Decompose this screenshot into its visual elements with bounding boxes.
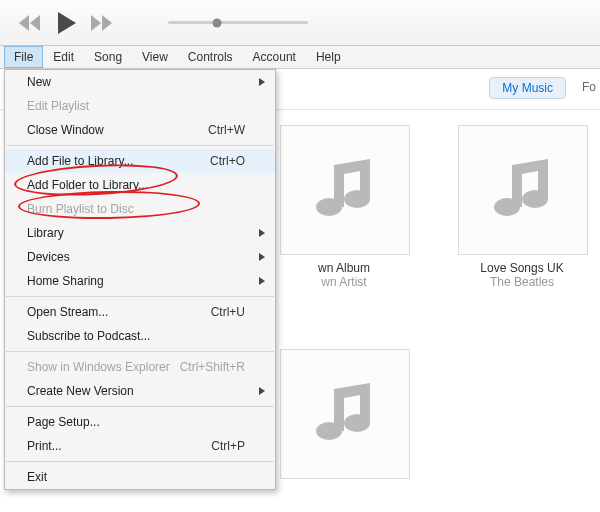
menu-item-shortcut: Ctrl+O [210,154,245,168]
menu-separator [6,461,274,462]
menu-item-exit[interactable]: Exit [5,465,275,489]
menu-item-create-new-version[interactable]: Create New Version [5,379,275,403]
menu-item-label: Add File to Library... [27,154,134,168]
menu-item-label: Print... [27,439,62,453]
menu-item-edit-playlist: Edit Playlist [5,94,275,118]
menu-item-devices[interactable]: Devices [5,245,275,269]
menu-item-open-stream[interactable]: Open Stream...Ctrl+U [5,300,275,324]
menu-item-library[interactable]: Library [5,221,275,245]
menu-view[interactable]: View [132,46,178,68]
menu-item-show-in-windows-explorer: Show in Windows ExplorerCtrl+Shift+R [5,355,275,379]
chevron-right-icon [259,229,265,237]
svg-point-2 [494,198,520,216]
menu-item-label: Burn Playlist to Disc [27,202,134,216]
menu-item-label: Add Folder to Library... [27,178,148,192]
menu-item-add-folder-to-library[interactable]: Add Folder to Library... [5,173,275,197]
chevron-right-icon [259,387,265,395]
menu-separator [6,145,274,146]
menu-item-label: Close Window [27,123,104,137]
menu-item-label: Library [27,226,64,240]
album-tile[interactable]: Love Songs UK The Beatles [458,125,586,289]
album-name: wn Album [280,261,408,275]
volume-thumb[interactable] [213,18,222,27]
file-dropdown-menu: NewEdit PlaylistClose WindowCtrl+WAdd Fi… [4,69,276,490]
menu-item-label: Subscribe to Podcast... [27,329,150,343]
menu-item-label: Show in Windows Explorer [27,360,170,374]
menu-item-shortcut: Ctrl+W [208,123,245,137]
album-art-placeholder [458,125,588,255]
menu-item-label: Open Stream... [27,305,108,319]
menu-item-page-setup[interactable]: Page Setup... [5,410,275,434]
volume-slider[interactable] [168,21,308,24]
album-art-placeholder [280,349,410,479]
menu-separator [6,351,274,352]
menu-account[interactable]: Account [243,46,306,68]
menu-file[interactable]: File [4,46,43,68]
chevron-right-icon [259,277,265,285]
play-button[interactable] [56,12,76,34]
menu-item-home-sharing[interactable]: Home Sharing [5,269,275,293]
player-toolbar [0,0,600,46]
prev-track-button[interactable] [18,15,42,31]
menu-item-close-window[interactable]: Close WindowCtrl+W [5,118,275,142]
menu-item-shortcut: Ctrl+P [211,439,245,453]
music-note-icon [488,155,558,225]
album-art-placeholder [280,125,410,255]
menu-item-label: Create New Version [27,384,134,398]
album-artist: wn Artist [280,275,408,289]
menu-item-new[interactable]: New [5,70,275,94]
menu-item-label: Exit [27,470,47,484]
album-tile[interactable]: wn Album wn Artist [280,125,408,289]
menu-separator [6,406,274,407]
menu-help[interactable]: Help [306,46,351,68]
menu-bar: File Edit Song View Controls Account Hel… [0,46,600,69]
album-name: Love Songs UK [458,261,586,275]
content-area: My Music Fo wn Album wn Artist Love Song… [0,69,600,512]
next-track-button[interactable] [90,15,114,31]
chevron-right-icon [259,253,265,261]
menu-item-subscribe-to-podcast[interactable]: Subscribe to Podcast... [5,324,275,348]
svg-point-4 [316,422,342,440]
menu-item-label: Home Sharing [27,274,104,288]
tab-my-music[interactable]: My Music [489,77,566,99]
menu-item-label: Edit Playlist [27,99,89,113]
menu-item-add-file-to-library[interactable]: Add File to Library...Ctrl+O [5,149,275,173]
menu-item-shortcut: Ctrl+Shift+R [180,360,245,374]
album-grid: wn Album wn Artist Love Songs UK The Bea… [280,125,600,289]
menu-song[interactable]: Song [84,46,132,68]
svg-point-0 [316,198,342,216]
album-artist: The Beatles [458,275,586,289]
menu-item-burn-playlist-to-disc: Burn Playlist to Disc [5,197,275,221]
menu-item-label: Devices [27,250,70,264]
chevron-right-icon [259,78,265,86]
music-note-icon [310,155,380,225]
svg-point-5 [344,414,370,432]
menu-edit[interactable]: Edit [43,46,84,68]
menu-separator [6,296,274,297]
svg-point-3 [522,190,548,208]
menu-controls[interactable]: Controls [178,46,243,68]
tab-partial[interactable]: Fo [582,80,596,94]
menu-item-label: Page Setup... [27,415,100,429]
menu-item-label: New [27,75,51,89]
album-grid-row2 [280,349,408,485]
album-tile[interactable] [280,349,408,479]
music-note-icon [310,379,380,449]
svg-point-1 [344,190,370,208]
menu-item-shortcut: Ctrl+U [211,305,245,319]
menu-item-print[interactable]: Print...Ctrl+P [5,434,275,458]
